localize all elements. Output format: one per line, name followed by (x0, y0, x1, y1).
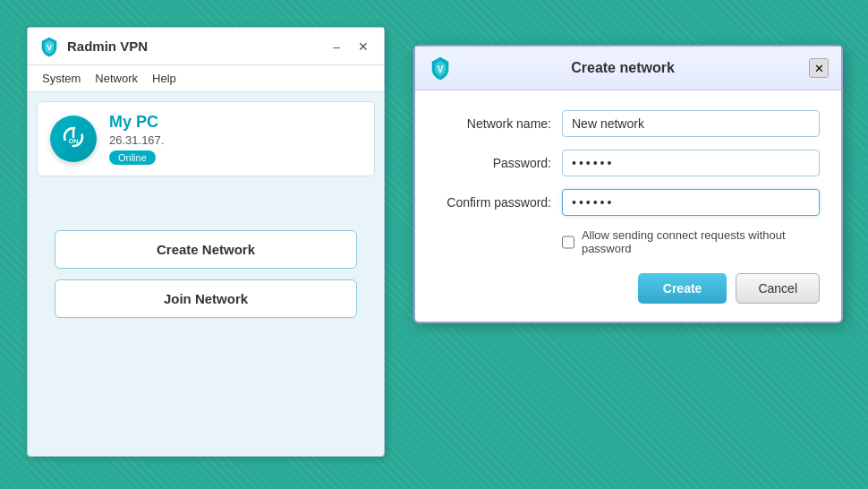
confirm-password-row: Confirm password: (437, 189, 820, 216)
checkbox-row: Allow sending connect requests without p… (562, 228, 820, 255)
menu-system[interactable]: System (35, 69, 88, 88)
svg-text:V: V (47, 43, 52, 52)
dialog-title: Create network (462, 60, 784, 76)
pc-ip: 26.31.167. (109, 133, 362, 147)
menu-help[interactable]: Help (145, 69, 183, 88)
power-icon: ON (62, 125, 85, 153)
create-network-dialog: V Create network ✕ Network name: Passwor… (413, 45, 843, 323)
pc-info: My PC 26.31.167. Online (109, 113, 362, 165)
no-password-label[interactable]: Allow sending connect requests without p… (582, 228, 820, 255)
pc-name: My PC (109, 113, 362, 132)
confirm-password-input[interactable] (562, 189, 820, 216)
network-buttons: Create Network Join Network (55, 230, 357, 318)
cancel-button[interactable]: Cancel (736, 273, 820, 304)
create-network-button[interactable]: Create Network (55, 230, 357, 269)
app-title: Radmin VPN (67, 39, 328, 54)
create-button[interactable]: Create (638, 273, 728, 304)
dialog-close-button[interactable]: ✕ (809, 58, 829, 78)
status-badge: Online (109, 150, 156, 165)
dialog-title-bar: V Create network ✕ (415, 47, 841, 90)
minimize-button[interactable]: – (328, 39, 345, 55)
password-label: Password: (437, 156, 562, 170)
dialog-logo: V (428, 56, 453, 81)
dialog-buttons: Create Cancel (437, 273, 820, 304)
network-name-input[interactable] (562, 110, 820, 137)
confirm-password-label: Confirm password: (437, 195, 562, 210)
network-name-label: Network name: (437, 116, 562, 131)
join-network-button[interactable]: Join Network (55, 279, 357, 318)
title-bar-controls: – ✕ (328, 39, 373, 55)
menu-network[interactable]: Network (88, 69, 145, 88)
dialog-body: Network name: Password: Confirm password… (415, 90, 841, 322)
no-password-checkbox[interactable] (562, 236, 574, 249)
close-app-button[interactable]: ✕ (353, 39, 373, 55)
title-bar: V Radmin VPN – ✕ (28, 28, 384, 65)
app-window: V Radmin VPN – ✕ System Network Help ON (27, 27, 385, 457)
password-row: Password: (437, 150, 820, 176)
power-button[interactable]: ON (50, 116, 97, 162)
pc-panel: ON My PC 26.31.167. Online (37, 101, 375, 176)
network-name-row: Network name: (437, 110, 820, 137)
svg-text:ON: ON (69, 138, 79, 144)
svg-text:V: V (438, 64, 444, 74)
app-logo: V (38, 36, 60, 57)
password-input[interactable] (562, 150, 820, 176)
menu-bar: System Network Help (28, 65, 384, 92)
